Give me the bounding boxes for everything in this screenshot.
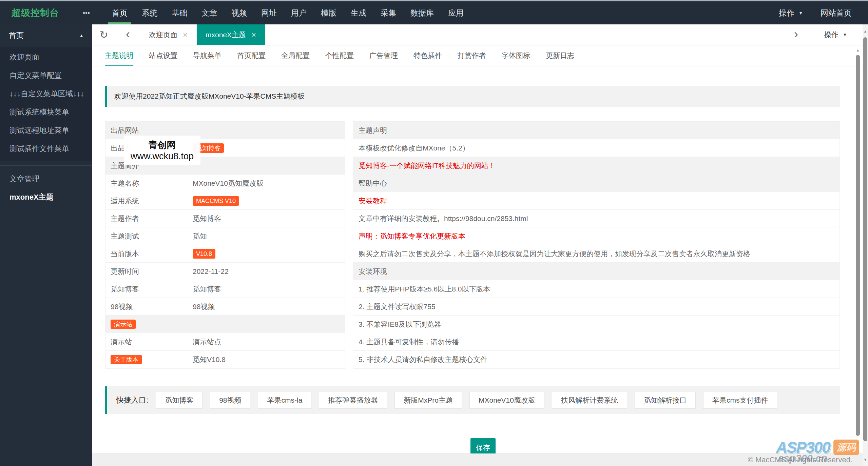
quick-link-7[interactable]: 觅知解析接口 <box>635 392 696 409</box>
quick-link-2[interactable]: 苹果cms-la <box>258 392 311 409</box>
open-tab-0[interactable]: 欢迎页面× <box>140 24 197 45</box>
sidebar-item-3[interactable]: 测试系统模块菜单 <box>0 103 92 121</box>
table-row: 主题声明 <box>353 122 840 139</box>
theme-tab-2[interactable]: 导航菜单 <box>193 45 221 66</box>
quick-entry-buttons: 觅知博客98视频苹果cms-la推荐弹幕播放器新版MxPro主题MXoneV10… <box>148 392 777 409</box>
top-menu-item-9[interactable]: 采集 <box>373 1 403 24</box>
sidebar-item-4[interactable]: 测试远程地址菜单 <box>0 121 92 140</box>
table-row: 1. 推荐使用PHP版本≥5.6以上8.0以下版本 <box>353 280 840 298</box>
quick-link-5[interactable]: MXoneV10魔改版 <box>469 392 544 409</box>
theme-tab-0[interactable]: 主题说明 <box>105 45 133 66</box>
quick-link-6[interactable]: 扶风解析计费系统 <box>552 392 627 409</box>
top-menu: 首页系统基础文章视频网址用户模版生成采集数据库应用 <box>105 1 471 24</box>
quick-link-1[interactable]: 98视频 <box>210 392 250 409</box>
sidebar-item-1[interactable]: 自定义菜单配置 <box>0 66 92 85</box>
theme-tab-6[interactable]: 广告管理 <box>369 45 398 66</box>
section-header: 出品网站 <box>105 126 139 135</box>
theme-tab-8[interactable]: 打赏作者 <box>458 45 486 66</box>
scroll-up-icon[interactable]: ▲ <box>855 48 861 52</box>
theme-tab-9[interactable]: 字体图标 <box>502 45 530 66</box>
theme-tab-5[interactable]: 个性配置 <box>325 45 354 66</box>
tab-label: 欢迎页面 <box>149 30 177 40</box>
theme-tab-7[interactable]: 特色插件 <box>413 45 442 66</box>
more-menu-icon[interactable]: ••• <box>78 1 105 24</box>
theme-tab-4[interactable]: 全局配置 <box>281 45 310 66</box>
topbar-action-dropdown[interactable]: 操作 ▼ <box>779 8 803 18</box>
top-menu-item-1[interactable]: 系统 <box>135 1 165 24</box>
top-menu-item-0[interactable]: 首页 <box>105 1 135 24</box>
table-row: 安装环境 <box>353 263 840 280</box>
site-home-link[interactable]: 网站首页 <box>821 8 852 18</box>
top-menu-item-4[interactable]: 视频 <box>224 1 254 24</box>
row-label: 更新时间 <box>105 263 188 280</box>
sidebar-section-label: 首页 <box>9 31 24 41</box>
row-value: MACCMS V10 <box>188 196 239 206</box>
sidebar-item-5[interactable]: 测试插件文件菜单 <box>0 140 92 158</box>
tabstrip-action-dropdown[interactable]: 操作 ▼ <box>808 24 863 45</box>
page-scrollbar-thumb[interactable] <box>863 37 867 441</box>
table-row: 98视频98视频 <box>105 298 345 316</box>
close-icon[interactable]: × <box>251 31 256 39</box>
content-panel: 主题说明站点设置导航菜单首页配置全局配置个性配置广告管理特色插件打赏作者字体图标… <box>92 45 863 453</box>
row-label: 关于版本 <box>105 351 188 368</box>
back-chevron-icon[interactable]: ‹ <box>116 24 140 45</box>
sidebar-divider <box>0 165 92 166</box>
table-row: 3. 不兼容IE8及以下浏览器 <box>353 316 840 333</box>
content-scrollbar-thumb[interactable] <box>856 55 860 436</box>
row-value: 2022-11-22 <box>188 267 229 276</box>
sidebar-item-2[interactable]: ↓↓↓自定义菜单区域↓↓↓ <box>0 85 92 103</box>
row-label: 当前版本 <box>105 245 188 262</box>
tab-label: mxoneX主题 <box>206 30 246 40</box>
sidebar-section-home[interactable]: 首页 ▲ <box>0 24 92 47</box>
watermark-title: 青创网 <box>149 139 176 151</box>
table-row: 适用系统MACCMS V10 <box>105 192 345 210</box>
asp300-badge: 源码 <box>833 440 859 455</box>
status-badge: V10.8 <box>193 249 215 259</box>
top-menu-item-6[interactable]: 用户 <box>284 1 314 24</box>
quick-link-3[interactable]: 推荐弹幕播放器 <box>319 392 387 409</box>
status-badge: 关于版本 <box>111 355 142 364</box>
top-menu-item-11[interactable]: 应用 <box>441 1 471 24</box>
quick-link-0[interactable]: 觅知博客 <box>156 392 202 409</box>
table-row: 主题测试觅知 <box>105 227 345 245</box>
sidebar-submenu: 欢迎页面自定义菜单配置↓↓↓自定义菜单区域↓↓↓测试系统模块菜单测试远程地址菜单… <box>0 47 92 161</box>
top-menu-item-7[interactable]: 模版 <box>314 1 344 24</box>
footer: © MacCMS All rights Reserved. <box>92 453 863 466</box>
sidebar-bottom-item-0[interactable]: 文章管理 <box>0 170 92 188</box>
row-label: 主题名称 <box>105 175 188 192</box>
table-row: 5. 非技术人员请勿私自修改主题核心文件 <box>353 351 840 368</box>
top-menu-item-8[interactable]: 生成 <box>344 1 373 24</box>
forward-chevron-icon[interactable]: › <box>784 24 808 45</box>
scroll-up-icon[interactable]: ▲ <box>863 29 868 33</box>
row-value: V10.8 <box>188 249 215 259</box>
scroll-down-icon[interactable]: ▼ <box>863 458 868 462</box>
open-tab-1[interactable]: mxoneX主题× <box>197 24 265 45</box>
caret-down-icon: ▼ <box>843 33 847 37</box>
content-scrollbar[interactable]: ▲ ▼ <box>855 45 861 453</box>
caret-up-icon: ▲ <box>79 33 84 38</box>
row-value: 演示站点 <box>188 337 221 347</box>
row-label: 适用系统 <box>105 192 188 209</box>
table-row: 主题名称MXoneV10觅知魔改版 <box>105 175 345 192</box>
table-row: 演示站 <box>105 316 345 333</box>
top-menu-item-10[interactable]: 数据库 <box>403 1 441 24</box>
quick-link-8[interactable]: 苹果cms支付插件 <box>703 392 777 409</box>
sidebar-bottom-item-1[interactable]: mxoneX主题 <box>0 188 92 206</box>
theme-tab-3[interactable]: 首页配置 <box>237 45 266 66</box>
top-menu-item-3[interactable]: 文章 <box>194 1 224 24</box>
top-menu-item-5[interactable]: 网址 <box>254 1 284 24</box>
sidebar-item-0[interactable]: 欢迎页面 <box>0 48 92 66</box>
table-row: 安装教程 <box>353 192 840 210</box>
close-icon[interactable]: × <box>183 31 188 39</box>
save-button[interactable]: 保存 <box>470 438 496 453</box>
refresh-icon[interactable]: ↻ <box>92 24 116 45</box>
theme-tab-1[interactable]: 站点设置 <box>149 45 177 66</box>
quick-link-4[interactable]: 新版MxPro主题 <box>394 392 462 409</box>
table-row: 声明：觅知博客专享优化更新版本 <box>353 227 840 245</box>
theme-tab-10[interactable]: 更新日志 <box>546 45 574 66</box>
top-menu-item-2[interactable]: 基础 <box>165 1 194 24</box>
status-badge: MACCMS V10 <box>193 196 239 206</box>
row-value: 觅知博客 <box>188 214 221 223</box>
page-scrollbar[interactable]: ▲ ▼ <box>863 24 868 466</box>
table-row: 觅知博客觅知博客 <box>105 280 345 298</box>
